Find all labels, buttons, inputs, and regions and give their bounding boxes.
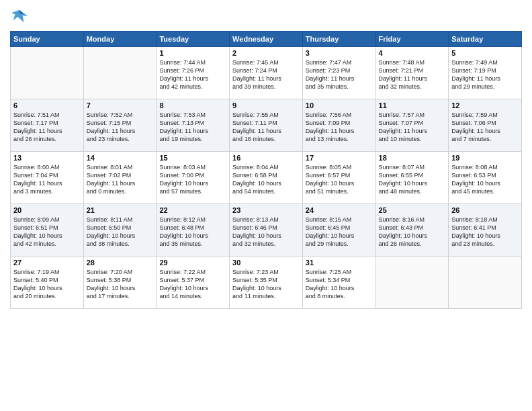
calendar-cell: 5Sunrise: 7:49 AM Sunset: 7:19 PM Daylig… — [449, 47, 522, 99]
calendar-cell: 2Sunrise: 7:45 AM Sunset: 7:24 PM Daylig… — [230, 47, 303, 99]
calendar-cell: 27Sunrise: 7:19 AM Sunset: 5:40 PM Dayli… — [11, 257, 84, 309]
calendar-cell: 15Sunrise: 8:03 AM Sunset: 7:00 PM Dayli… — [157, 152, 230, 204]
day-number: 5 — [451, 49, 519, 57]
calendar-cell — [449, 257, 522, 309]
day-number: 23 — [232, 206, 300, 214]
calendar-cell — [11, 47, 84, 99]
calendar-cell: 10Sunrise: 7:56 AM Sunset: 7:09 PM Dayli… — [302, 99, 375, 152]
day-info: Sunrise: 7:52 AM Sunset: 7:15 PM Dayligh… — [87, 111, 154, 144]
week-row-3: 13Sunrise: 8:00 AM Sunset: 7:04 PM Dayli… — [11, 152, 522, 204]
calendar-table: SundayMondayTuesdayWednesdayThursdayFrid… — [10, 31, 522, 309]
day-number: 27 — [13, 259, 81, 267]
calendar-cell: 23Sunrise: 8:13 AM Sunset: 6:46 PM Dayli… — [230, 204, 303, 257]
day-info: Sunrise: 7:56 AM Sunset: 7:09 PM Dayligh… — [306, 111, 373, 144]
day-info: Sunrise: 8:01 AM Sunset: 7:02 PM Dayligh… — [87, 163, 154, 196]
day-number: 3 — [306, 49, 373, 57]
logo-icon — [10, 7, 29, 26]
day-info: Sunrise: 7:20 AM Sunset: 5:38 PM Dayligh… — [87, 268, 154, 301]
weekday-header-saturday: Saturday — [449, 32, 522, 47]
day-number: 16 — [232, 154, 300, 162]
week-row-5: 27Sunrise: 7:19 AM Sunset: 5:40 PM Dayli… — [11, 257, 522, 309]
day-info: Sunrise: 8:13 AM Sunset: 6:46 PM Dayligh… — [232, 216, 300, 248]
calendar-cell: 30Sunrise: 7:23 AM Sunset: 5:35 PM Dayli… — [230, 257, 303, 309]
day-number: 9 — [232, 101, 300, 109]
day-number: 20 — [13, 206, 81, 214]
day-number: 4 — [379, 49, 446, 57]
calendar-cell: 29Sunrise: 7:22 AM Sunset: 5:37 PM Dayli… — [157, 257, 230, 309]
day-number: 22 — [159, 206, 226, 214]
svg-marker-1 — [19, 10, 24, 15]
day-number: 28 — [87, 259, 154, 267]
weekday-header-wednesday: Wednesday — [230, 32, 303, 47]
day-number: 31 — [306, 259, 373, 267]
day-number: 18 — [379, 154, 446, 162]
day-info: Sunrise: 8:07 AM Sunset: 6:55 PM Dayligh… — [379, 163, 446, 196]
weekday-header-thursday: Thursday — [302, 32, 375, 47]
calendar-cell: 9Sunrise: 7:55 AM Sunset: 7:11 PM Daylig… — [230, 99, 303, 152]
calendar-cell: 16Sunrise: 8:04 AM Sunset: 6:58 PM Dayli… — [230, 152, 303, 204]
calendar-cell: 11Sunrise: 7:57 AM Sunset: 7:07 PM Dayli… — [375, 99, 449, 152]
calendar-cell: 21Sunrise: 8:11 AM Sunset: 6:50 PM Dayli… — [83, 204, 157, 257]
calendar-cell: 13Sunrise: 8:00 AM Sunset: 7:04 PM Dayli… — [11, 152, 84, 204]
day-number: 30 — [232, 259, 300, 267]
day-info: Sunrise: 7:45 AM Sunset: 7:24 PM Dayligh… — [232, 58, 300, 91]
day-number: 6 — [13, 101, 81, 109]
day-info: Sunrise: 7:23 AM Sunset: 5:35 PM Dayligh… — [232, 268, 300, 301]
day-number: 26 — [451, 206, 519, 214]
page: SundayMondayTuesdayWednesdayThursdayFrid… — [0, 0, 532, 411]
calendar-cell: 24Sunrise: 8:15 AM Sunset: 6:45 PM Dayli… — [302, 204, 375, 257]
header — [10, 7, 522, 26]
calendar-cell: 25Sunrise: 8:16 AM Sunset: 6:43 PM Dayli… — [375, 204, 449, 257]
day-info: Sunrise: 7:19 AM Sunset: 5:40 PM Dayligh… — [13, 268, 81, 301]
day-number: 29 — [159, 259, 226, 267]
day-info: Sunrise: 8:03 AM Sunset: 7:00 PM Dayligh… — [159, 163, 226, 196]
day-info: Sunrise: 7:47 AM Sunset: 7:23 PM Dayligh… — [306, 58, 373, 91]
day-info: Sunrise: 8:18 AM Sunset: 6:41 PM Dayligh… — [451, 216, 519, 248]
calendar-cell: 17Sunrise: 8:05 AM Sunset: 6:57 PM Dayli… — [302, 152, 375, 204]
logo — [10, 7, 32, 26]
day-number: 15 — [159, 154, 226, 162]
day-info: Sunrise: 8:16 AM Sunset: 6:43 PM Dayligh… — [379, 216, 446, 248]
day-number: 1 — [159, 49, 226, 57]
calendar-cell: 12Sunrise: 7:59 AM Sunset: 7:06 PM Dayli… — [449, 99, 522, 152]
day-info: Sunrise: 8:15 AM Sunset: 6:45 PM Dayligh… — [306, 216, 373, 248]
calendar-cell: 18Sunrise: 8:07 AM Sunset: 6:55 PM Dayli… — [375, 152, 449, 204]
day-info: Sunrise: 7:44 AM Sunset: 7:26 PM Dayligh… — [159, 58, 226, 91]
day-info: Sunrise: 7:48 AM Sunset: 7:21 PM Dayligh… — [379, 58, 446, 91]
day-number: 11 — [379, 101, 446, 109]
week-row-4: 20Sunrise: 8:09 AM Sunset: 6:51 PM Dayli… — [11, 204, 522, 257]
week-row-2: 6Sunrise: 7:51 AM Sunset: 7:17 PM Daylig… — [11, 99, 522, 152]
day-info: Sunrise: 8:00 AM Sunset: 7:04 PM Dayligh… — [13, 163, 81, 196]
day-info: Sunrise: 7:51 AM Sunset: 7:17 PM Dayligh… — [13, 111, 81, 144]
day-number: 2 — [232, 49, 300, 57]
day-number: 19 — [451, 154, 519, 162]
day-number: 21 — [87, 206, 154, 214]
calendar-cell: 31Sunrise: 7:25 AM Sunset: 5:34 PM Dayli… — [302, 257, 375, 309]
day-info: Sunrise: 8:08 AM Sunset: 6:53 PM Dayligh… — [451, 163, 519, 196]
calendar-cell: 4Sunrise: 7:48 AM Sunset: 7:21 PM Daylig… — [375, 47, 449, 99]
day-info: Sunrise: 8:09 AM Sunset: 6:51 PM Dayligh… — [13, 216, 81, 248]
day-info: Sunrise: 7:59 AM Sunset: 7:06 PM Dayligh… — [451, 111, 519, 144]
day-number: 10 — [306, 101, 373, 109]
calendar-cell — [83, 47, 157, 99]
weekday-header-monday: Monday — [83, 32, 157, 47]
calendar-cell: 22Sunrise: 8:12 AM Sunset: 6:48 PM Dayli… — [157, 204, 230, 257]
calendar-cell: 19Sunrise: 8:08 AM Sunset: 6:53 PM Dayli… — [449, 152, 522, 204]
day-number: 13 — [13, 154, 81, 162]
weekday-header-tuesday: Tuesday — [157, 32, 230, 47]
weekday-header-friday: Friday — [375, 32, 449, 47]
day-info: Sunrise: 7:22 AM Sunset: 5:37 PM Dayligh… — [159, 268, 226, 301]
day-info: Sunrise: 7:49 AM Sunset: 7:19 PM Dayligh… — [451, 58, 519, 91]
calendar-cell: 8Sunrise: 7:53 AM Sunset: 7:13 PM Daylig… — [157, 99, 230, 152]
day-info: Sunrise: 7:25 AM Sunset: 5:34 PM Dayligh… — [306, 268, 373, 301]
calendar-cell — [375, 257, 449, 309]
day-info: Sunrise: 8:12 AM Sunset: 6:48 PM Dayligh… — [159, 216, 226, 248]
week-row-1: 1Sunrise: 7:44 AM Sunset: 7:26 PM Daylig… — [11, 47, 522, 99]
calendar-cell: 14Sunrise: 8:01 AM Sunset: 7:02 PM Dayli… — [83, 152, 157, 204]
day-number: 12 — [451, 101, 519, 109]
day-number: 7 — [87, 101, 154, 109]
calendar-cell: 7Sunrise: 7:52 AM Sunset: 7:15 PM Daylig… — [83, 99, 157, 152]
day-info: Sunrise: 8:05 AM Sunset: 6:57 PM Dayligh… — [306, 163, 373, 196]
day-number: 8 — [159, 101, 226, 109]
calendar-cell: 3Sunrise: 7:47 AM Sunset: 7:23 PM Daylig… — [302, 47, 375, 99]
